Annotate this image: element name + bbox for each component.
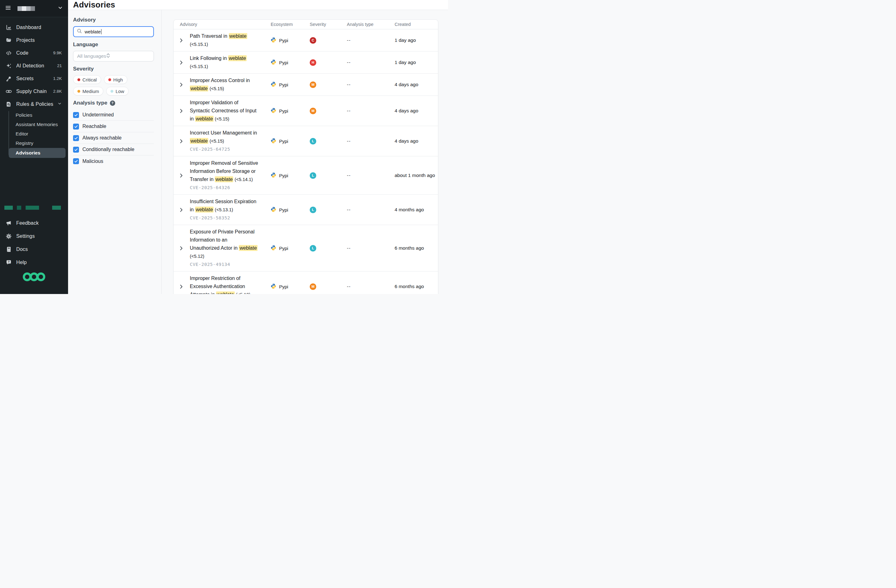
advisory-title[interactable]: Exposure of Private PersonalInformation … xyxy=(190,225,258,271)
select-chevrons-icon xyxy=(106,53,110,59)
sidebar-subitem-label: Editor xyxy=(15,131,28,137)
expand-chevron-icon[interactable] xyxy=(180,246,184,251)
checkbox-checked-icon[interactable] xyxy=(73,135,79,141)
help-bubble-icon: ? xyxy=(6,259,12,266)
checkbox-row-malicious[interactable]: Malicious xyxy=(73,155,154,167)
highlighted-match: weblate xyxy=(190,85,208,91)
sidebar-item-dashboard[interactable]: Dashboard xyxy=(0,21,68,34)
expand-chevron-icon[interactable] xyxy=(180,139,184,143)
sidebar-item-secrets[interactable]: Secrets 1.2K xyxy=(0,72,68,85)
expand-chevron-icon[interactable] xyxy=(180,109,184,113)
org-switcher-chevron-icon[interactable] xyxy=(58,5,63,12)
title-text: Information Before Storage or xyxy=(190,169,256,174)
checkbox-checked-icon[interactable] xyxy=(73,123,79,129)
rules-policies-submenu: Policies Assistant Memories Editor Regis… xyxy=(0,110,68,158)
advisory-title[interactable]: Path Traversal in weblate(<5.15.1) xyxy=(190,29,247,51)
ecosystem-cell: Pypi xyxy=(271,172,310,179)
critical-dot-icon xyxy=(78,78,80,81)
table-row[interactable]: Improper Validation ofSyntactic Correctn… xyxy=(174,96,438,126)
checkbox-row-undetermined[interactable]: Undetermined xyxy=(73,109,154,121)
expand-chevron-icon[interactable] xyxy=(180,38,184,43)
search-icon xyxy=(77,28,82,35)
advisory-title[interactable]: Improper Access Control inweblate (<5.15… xyxy=(190,74,250,96)
sidebar-item-rules-policies[interactable]: Rules & Policies xyxy=(0,98,68,110)
column-header-severity[interactable]: Severity xyxy=(310,22,347,27)
sidebar-item-feedback[interactable]: Feedback xyxy=(0,216,68,230)
sidebar-subitem-label: Policies xyxy=(15,112,32,118)
expand-chevron-icon[interactable] xyxy=(180,284,184,289)
sidebar-item-assistant-memories[interactable]: Assistant Memories xyxy=(9,120,68,129)
checkbox-row-conditionally-reachable[interactable]: Conditionally reachable xyxy=(73,144,154,155)
column-header-ecosystem[interactable]: Ecosystem xyxy=(271,22,310,27)
table-row[interactable]: Improper Restriction ofExcessive Authent… xyxy=(174,271,438,294)
column-header-created[interactable]: Created xyxy=(395,22,438,27)
expand-chevron-icon[interactable] xyxy=(180,207,184,212)
advisory-title[interactable]: Improper Removal of SensitiveInformation… xyxy=(190,156,258,195)
table-row[interactable]: Insufficient Session Expirationin weblat… xyxy=(174,195,438,225)
table-row[interactable]: Improper Removal of SensitiveInformation… xyxy=(174,156,438,195)
key-icon xyxy=(6,76,12,82)
page-title: Advisories xyxy=(73,0,115,10)
sidebar-item-settings[interactable]: Settings xyxy=(0,230,68,243)
sidebar-item-label: Feedback xyxy=(16,220,39,226)
expand-chevron-icon[interactable] xyxy=(180,82,184,87)
org-logo-redacted xyxy=(17,6,35,11)
created-cell: 1 day ago xyxy=(395,59,438,65)
advisory-title-line: Improper Removal of Sensitive xyxy=(190,159,258,167)
sidebar-item-code[interactable]: Code 9.9K xyxy=(0,47,68,59)
column-header-analysis-type[interactable]: Analysis type xyxy=(347,22,395,27)
title-text: Transfer in xyxy=(190,177,215,182)
sidebar-item-policies[interactable]: Policies xyxy=(9,110,68,120)
severity-chip-medium[interactable]: Medium xyxy=(73,87,103,96)
sidebar-item-advisories[interactable]: Advisories xyxy=(9,148,66,158)
ecosystem-label: Pypi xyxy=(279,173,288,178)
expand-chevron-icon[interactable] xyxy=(180,173,184,178)
table-row[interactable]: Exposure of Private PersonalInformation … xyxy=(174,225,438,271)
sidebar-item-supply-chain[interactable]: Supply Chain 2.8K xyxy=(0,85,68,98)
ecosystem-label: Pypi xyxy=(279,284,288,289)
title-text: Unauthorized Actor in xyxy=(190,245,239,251)
sidebar-item-label: Settings xyxy=(16,233,35,239)
table-row[interactable]: Incorrect User Management inweblate (<5.… xyxy=(174,126,438,156)
hamburger-menu-icon[interactable] xyxy=(5,5,11,12)
severity-chip-critical[interactable]: Critical xyxy=(73,75,101,84)
advisory-title[interactable]: Improper Restriction ofExcessive Authent… xyxy=(190,271,250,294)
table-row[interactable]: Path Traversal in weblate(<5.15.1)PypiC-… xyxy=(174,29,438,52)
version-constraint: (<5.14.1) xyxy=(233,177,253,182)
highlighted-match: weblate xyxy=(229,33,247,39)
sidebar-item-help[interactable]: ? Help xyxy=(0,256,68,269)
checkbox-checked-icon[interactable] xyxy=(73,112,79,118)
column-header-advisory[interactable]: Advisory xyxy=(174,22,271,27)
svg-text:?: ? xyxy=(8,260,10,264)
severity-chip-high[interactable]: High xyxy=(104,75,127,84)
sidebar-item-projects[interactable]: Projects xyxy=(0,34,68,47)
language-select[interactable]: All languages xyxy=(73,51,154,61)
help-icon[interactable]: ? xyxy=(110,101,115,106)
severity-chips: Critical High Medium Low xyxy=(73,75,155,96)
advisory-search-input[interactable]: weblate xyxy=(73,26,154,37)
sidebar-subitem-label: Assistant Memories xyxy=(15,122,58,127)
expand-chevron-icon[interactable] xyxy=(180,60,184,65)
sidebar-item-docs[interactable]: Docs xyxy=(0,243,68,256)
checkbox-checked-icon[interactable] xyxy=(73,158,79,164)
search-value: weblate xyxy=(85,29,101,34)
table-row[interactable]: Link Following in weblate(<5.15.1)PypiH-… xyxy=(174,52,438,74)
advisory-title-line: (<5.15.1) xyxy=(190,62,247,70)
checkbox-checked-icon[interactable] xyxy=(73,147,79,152)
sidebar-item-editor[interactable]: Editor xyxy=(9,129,68,139)
table-row[interactable]: Improper Access Control inweblate (<5.15… xyxy=(174,74,438,96)
sidebar-item-registry[interactable]: Registry xyxy=(9,139,68,148)
advisory-title[interactable]: Link Following in weblate(<5.15.1) xyxy=(190,52,247,73)
checkbox-row-always-reachable[interactable]: Always reachable xyxy=(73,133,154,144)
sidebar-item-label: Rules & Policies xyxy=(16,101,53,107)
advisory-title-line: Excessive Authentication xyxy=(190,282,250,291)
advisory-title[interactable]: Improper Validation ofSyntactic Correctn… xyxy=(190,96,256,126)
ecosystem-label: Pypi xyxy=(279,38,288,43)
advisory-title[interactable]: Insufficient Session Expirationin weblat… xyxy=(190,195,256,225)
title-text: Exposure of Private Personal xyxy=(190,229,254,235)
sidebar-item-label: Projects xyxy=(16,37,35,43)
sidebar-item-ai-detection[interactable]: AI Detection 21 xyxy=(0,59,68,72)
advisory-title[interactable]: Incorrect User Management inweblate (<5.… xyxy=(190,126,257,156)
severity-chip-low[interactable]: Low xyxy=(106,87,129,96)
checkbox-row-reachable[interactable]: Reachable xyxy=(73,121,154,133)
